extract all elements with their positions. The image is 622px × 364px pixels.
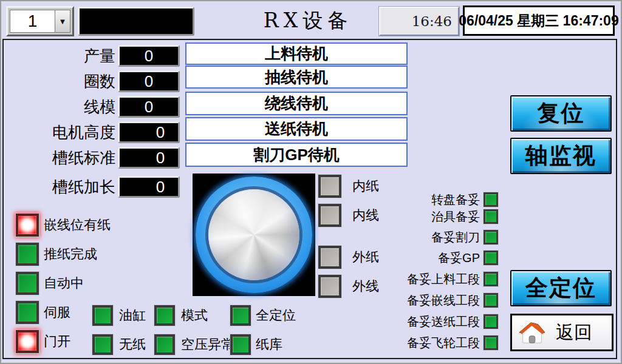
param-label-slot-paper-std: 槽纸标准 (12, 147, 115, 169)
turntable-ring (196, 177, 312, 293)
param-value-text: 0 (156, 178, 165, 197)
ready-wire-insert-section-lamp (484, 293, 498, 308)
param-value-text: 0 (156, 123, 165, 142)
param-label-turns: 圈数 (12, 70, 115, 92)
ready-wire-insert-section-label: 备妥嵌线工段 (341, 293, 480, 308)
lamp-air-pressure-abnormal-label: 空压异常 (181, 334, 234, 355)
lamp-mode (154, 305, 175, 326)
param-value-slot-paper-ext: 0 (118, 176, 180, 198)
lamp-outer-wire (318, 275, 341, 298)
param-value-motor-height: 0 (118, 121, 180, 143)
ready-fixture-lamp (484, 209, 498, 224)
lamp-outer-paper (318, 246, 341, 269)
lamp-servo-label: 伺服 (44, 301, 70, 324)
lamp-oil-cylinder (92, 305, 113, 326)
ready-feeding-section-lamp (484, 272, 498, 286)
ready-turntable-lamp (484, 192, 498, 207)
hmi-screen: 1 ▼ RX设备 16:46 06/04/25 星期三 16:47:09 产量 … (0, 0, 622, 364)
lamp-push-paper-done (16, 243, 39, 266)
lamp-wire-slot-has-paper-label: 嵌线位有纸 (44, 214, 111, 237)
turntable-panel (193, 174, 315, 296)
lamp-paper-magazine (230, 334, 251, 355)
lamp-no-paper-label: 无纸 (119, 334, 146, 355)
header-message-display (78, 7, 194, 36)
lamp-servo (16, 301, 39, 324)
ready-paper-feed-section-label: 备妥送纸工段 (341, 314, 480, 329)
axis-monitor-button[interactable]: 轴监视 (510, 138, 612, 174)
param-label-slot-paper-ext: 槽纸加长 (12, 176, 115, 198)
lamp-door-open (16, 330, 39, 353)
lamp-no-paper (92, 334, 113, 355)
chevron-down-icon[interactable]: ▼ (55, 10, 70, 33)
lamp-oil-cylinder-label: 油缸 (119, 305, 146, 326)
status-feeding-standby: 上料待机 (185, 42, 408, 65)
datetime-display: 06/04/25 星期三 16:47:09 (463, 5, 615, 36)
param-value-wire-mold: 0 (118, 96, 180, 118)
ready-cutter-label: 备妥割刀 (341, 230, 480, 244)
param-value-output: 0 (118, 45, 180, 67)
station-selector-value: 1 (10, 10, 55, 33)
param-value-text: 0 (145, 47, 153, 66)
ready-flywheel-section-lamp (484, 335, 498, 350)
lamp-air-pressure-abnormal (154, 334, 175, 355)
ready-gp-label: 备妥GP (341, 251, 480, 265)
status-winding-standby: 绕线待机 (185, 92, 408, 115)
back-button[interactable]: 返回 (510, 314, 613, 351)
lamp-full-positioning-label: 全定位 (256, 305, 296, 326)
lamp-full-positioning (230, 305, 251, 326)
param-value-text: 0 (156, 149, 165, 167)
status-paper-standby: 送纸待机 (185, 117, 408, 141)
param-value-text: 0 (145, 72, 153, 91)
ready-feeding-section-label: 备妥上料工段 (341, 272, 480, 286)
param-value-text: 0 (145, 98, 153, 116)
lamp-wire-slot-has-paper (16, 214, 39, 237)
lamp-inner-paper (318, 175, 341, 198)
full-positioning-button[interactable]: 全定位 (510, 270, 612, 306)
lamp-push-paper-done-label: 推纸完成 (44, 243, 97, 266)
lamp-door-open-label: 门开 (44, 330, 70, 353)
param-value-turns: 0 (118, 70, 180, 92)
param-label-output: 产量 (12, 45, 115, 67)
reset-button[interactable]: 复位 (510, 95, 612, 132)
station-selector[interactable]: 1 ▼ (6, 6, 74, 36)
ready-cutter-lamp (484, 230, 498, 244)
status-drawing-standby: 抽线待机 (185, 66, 408, 89)
page-title: RX设备 (238, 7, 378, 34)
lamp-auto-mode-label: 自动中 (44, 272, 84, 295)
ready-gp-lamp (484, 251, 498, 265)
param-value-slot-paper-std: 0 (118, 147, 180, 169)
lamp-paper-magazine-label: 纸库 (256, 334, 282, 355)
ready-flywheel-section-label: 备妥飞轮工段 (341, 335, 480, 350)
time-button[interactable]: 16:46 (379, 7, 459, 36)
ready-fixture-label: 治具备妥 (341, 209, 480, 224)
turntable-disc (208, 189, 299, 280)
lamp-mode-label: 模式 (181, 305, 208, 326)
ready-paper-feed-section-lamp (484, 314, 498, 329)
ready-turntable-label: 转盘备妥 (341, 192, 480, 207)
lamp-auto-mode (16, 272, 39, 295)
home-icon (518, 318, 546, 346)
param-label-motor-height: 电机高度 (12, 121, 115, 143)
back-button-label: 返回 (556, 320, 592, 345)
status-cutter-gp-standby: 割刀GP待机 (185, 143, 408, 167)
lamp-inner-wire (318, 204, 341, 227)
param-label-wire-mold: 线模 (12, 96, 115, 118)
